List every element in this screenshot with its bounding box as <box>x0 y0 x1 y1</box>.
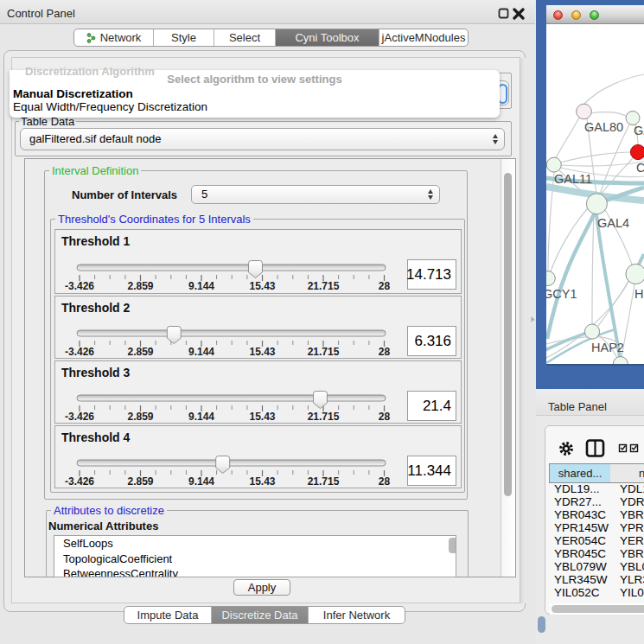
svg-text:2.859: 2.859 <box>127 475 153 488</box>
svg-text:2.859: 2.859 <box>127 280 153 292</box>
svg-text:21.715: 21.715 <box>308 411 340 423</box>
svg-text:9.144: 9.144 <box>188 280 214 292</box>
svg-text:9.144: 9.144 <box>188 411 214 423</box>
svg-text:15.43: 15.43 <box>249 346 275 358</box>
svg-text:28: 28 <box>379 280 391 292</box>
svg-text:15.43: 15.43 <box>249 411 275 423</box>
svg-text:9.144: 9.144 <box>188 346 214 358</box>
svg-text:9.144: 9.144 <box>188 475 214 488</box>
svg-text:GAL80: GAL80 <box>584 120 623 134</box>
svg-text:28: 28 <box>379 346 391 358</box>
svg-text:2.859: 2.859 <box>127 346 153 358</box>
svg-text:15.43: 15.43 <box>249 280 275 292</box>
svg-text:-3.426: -3.426 <box>65 475 94 488</box>
svg-text:21.715: 21.715 <box>308 280 340 292</box>
svg-text:H: H <box>634 287 643 301</box>
svg-text:21.715: 21.715 <box>308 475 340 488</box>
svg-text:C: C <box>636 161 644 175</box>
svg-text:21.715: 21.715 <box>308 346 340 358</box>
svg-text:2.859: 2.859 <box>127 411 153 423</box>
svg-text:-3.426: -3.426 <box>65 346 94 358</box>
svg-text:GAL4: GAL4 <box>597 216 629 230</box>
svg-text:-3.426: -3.426 <box>65 280 94 292</box>
svg-text:GA: GA <box>634 124 644 137</box>
svg-text:GCY1: GCY1 <box>546 287 577 301</box>
svg-text:28: 28 <box>379 475 391 488</box>
svg-text:28: 28 <box>379 411 391 423</box>
svg-text:15.43: 15.43 <box>249 475 275 488</box>
svg-text:-3.426: -3.426 <box>65 411 94 423</box>
svg-text:GAL11: GAL11 <box>554 172 592 186</box>
svg-text:HAP2: HAP2 <box>591 341 624 354</box>
